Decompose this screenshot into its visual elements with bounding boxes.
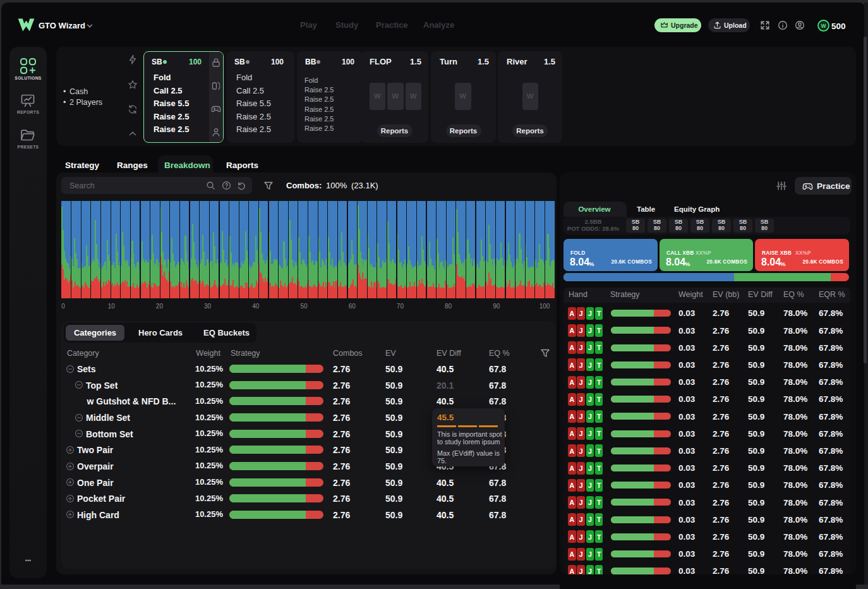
svg-text:W: W <box>821 23 826 29</box>
